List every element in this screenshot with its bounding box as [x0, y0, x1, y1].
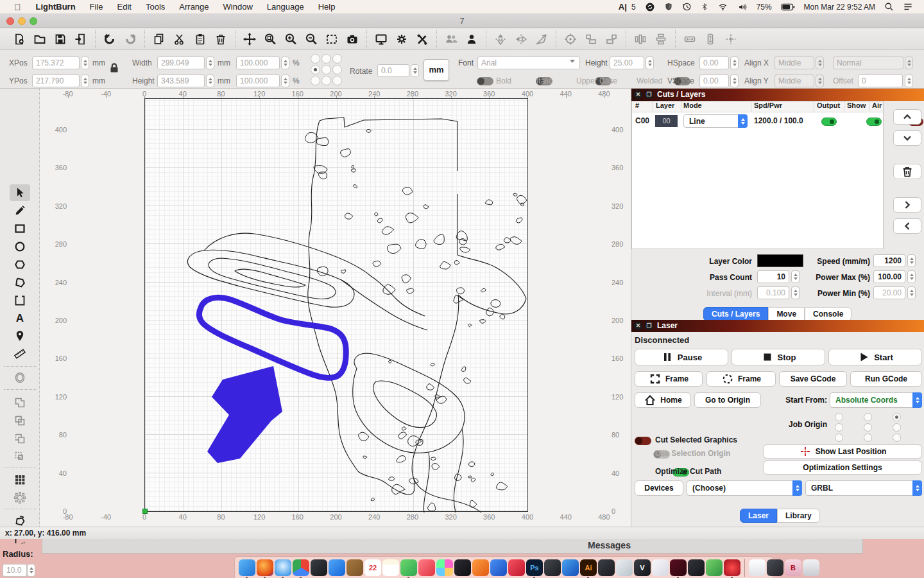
power-min-input[interactable]: 20.00 — [873, 286, 905, 299]
job-origin-mid-right[interactable] — [893, 423, 901, 432]
dock-icon-app-store[interactable] — [329, 559, 345, 576]
col-layer[interactable]: Layer — [656, 101, 674, 109]
blue-arrow-annotation[interactable] — [207, 366, 282, 463]
ypos-input[interactable]: 217.790 — [32, 74, 80, 87]
radius-stepper[interactable] — [27, 564, 35, 577]
dock-icon-podcasts[interactable] — [472, 559, 489, 576]
lock-aspect-icon[interactable] — [108, 62, 121, 74]
align-center-icon[interactable] — [561, 31, 579, 48]
start-from-stepper-icon[interactable] — [912, 392, 922, 408]
dock-icon-vectorworks[interactable]: V — [634, 559, 651, 576]
align-y-stepper[interactable] — [816, 74, 824, 87]
dock-icon-chrome[interactable] — [293, 559, 309, 576]
bluetooth-icon[interactable] — [696, 2, 713, 12]
device-settings-icon[interactable] — [413, 31, 431, 48]
distribute-vertical-icon[interactable] — [652, 31, 670, 48]
delete-icon[interactable] — [212, 31, 230, 48]
users-icon[interactable] — [442, 31, 460, 48]
creative-cloud-icon[interactable] — [640, 2, 660, 12]
zoom-in-icon[interactable] — [282, 31, 300, 48]
cut-selected-toggle[interactable] — [635, 437, 651, 445]
align-y-select[interactable]: Middle — [774, 74, 814, 87]
power-max-stepper[interactable] — [907, 270, 916, 283]
draw-lines-tool[interactable] — [10, 202, 30, 219]
port-select[interactable]: (Choose) — [687, 480, 802, 496]
dock-icon-document[interactable] — [749, 559, 766, 576]
menu-language[interactable]: Language — [260, 2, 311, 12]
offset-input[interactable]: 0 — [858, 74, 903, 87]
tab-cuts-layers[interactable]: Cuts / Layers — [703, 307, 768, 321]
width-stepper[interactable] — [206, 57, 214, 69]
menu-window[interactable]: Window — [216, 2, 260, 12]
text-style-stepper[interactable] — [905, 57, 913, 69]
dock-icon-itunes[interactable] — [652, 559, 669, 576]
dock-icon-firefox[interactable] — [257, 559, 273, 576]
layer-unassign-button[interactable] — [893, 218, 921, 234]
layer-mode-stepper-icon[interactable] — [738, 114, 748, 128]
offset-tool[interactable] — [10, 369, 30, 386]
copy-icon[interactable] — [150, 31, 168, 48]
shield-icon[interactable] — [660, 2, 678, 12]
boolean-union-tool[interactable] — [10, 394, 30, 411]
zoom-window-button[interactable] — [30, 17, 37, 25]
job-origin-bottom-right[interactable] — [893, 434, 901, 442]
distribute-horizontal-icon[interactable] — [631, 31, 649, 48]
dock-icon-facetime[interactable] — [418, 559, 435, 576]
work-area-grid[interactable] — [144, 98, 528, 512]
speed-stepper[interactable] — [907, 254, 916, 267]
apple-menu-icon[interactable]:  — [6, 2, 29, 12]
wifi-icon[interactable] — [713, 3, 733, 12]
camera-icon[interactable] — [343, 31, 361, 48]
text-style-select[interactable]: Normal — [833, 57, 903, 69]
dock-icon-notes[interactable] — [382, 559, 399, 576]
job-origin-mid-center[interactable] — [864, 423, 872, 432]
ellipse-tool[interactable] — [10, 238, 30, 255]
tab-library[interactable]: Library — [777, 509, 820, 523]
col-show[interactable]: Show — [847, 101, 866, 109]
minimize-window-button[interactable] — [18, 17, 26, 25]
boolean-subtract-tool[interactable] — [10, 412, 30, 429]
frame-rubber-band-button[interactable]: Frame — [706, 371, 776, 387]
edit-nodes-tool[interactable] — [10, 274, 30, 291]
laser-panel-header[interactable]: ✕ ❐ Laser — [631, 320, 924, 332]
port-select-stepper-icon[interactable] — [792, 480, 802, 496]
align-x-select[interactable]: Middle — [774, 57, 814, 69]
notification-center-icon[interactable] — [898, 3, 918, 11]
interval-input[interactable]: 0.100 — [757, 286, 789, 299]
rotate-stepper[interactable] — [411, 64, 419, 77]
job-origin-top-left[interactable] — [835, 413, 843, 421]
rectangle-tool[interactable] — [10, 220, 30, 237]
menu-arrange[interactable]: Arrange — [172, 2, 216, 12]
layers-table-header[interactable]: # Layer Mode Spd/Pwr Output Show Air — [632, 101, 883, 112]
anchor-grid[interactable] — [311, 54, 342, 85]
align-right-icon[interactable] — [603, 31, 620, 48]
dock-icon-archive[interactable] — [767, 559, 783, 576]
boolean-intersect-tool[interactable] — [10, 448, 30, 465]
width-input[interactable]: 299.049 — [157, 57, 205, 69]
selected-blue-loop[interactable] — [199, 297, 346, 378]
home-button[interactable]: Home — [635, 392, 691, 408]
select-tool[interactable] — [10, 184, 30, 201]
menu-app-name[interactable]: LightBurn — [29, 2, 83, 12]
paste-icon[interactable] — [191, 31, 209, 48]
dock-icon-quicktime[interactable] — [544, 559, 561, 576]
same-width-icon[interactable] — [681, 31, 699, 48]
new-file-icon[interactable] — [10, 31, 28, 48]
redo-icon[interactable] — [121, 31, 139, 48]
ypos-stepper[interactable] — [81, 74, 89, 87]
col-mode[interactable]: Mode — [683, 101, 702, 109]
height-percent-input[interactable]: 100.000 — [236, 74, 280, 87]
pass-count-input[interactable]: 10 — [757, 270, 789, 283]
col-spd-pwr[interactable]: Spd/Pwr — [754, 101, 782, 109]
vspace-stepper[interactable] — [730, 74, 739, 87]
spotlight-search-icon[interactable] — [880, 2, 898, 12]
job-origin-top-right[interactable] — [893, 413, 901, 421]
layer-mode-select[interactable]: Line — [683, 114, 748, 128]
job-origin-bottom-left[interactable] — [835, 434, 843, 442]
menu-file[interactable]: File — [83, 2, 110, 12]
pause-button[interactable]: Pause — [635, 349, 728, 365]
xpos-input[interactable]: 175.372 — [32, 57, 80, 69]
start-from-select[interactable]: Absolute Coords — [830, 392, 922, 408]
design-canvas[interactable]: -80-400408012016020024028032036040044048… — [40, 89, 631, 527]
menu-help[interactable]: Help — [311, 2, 343, 12]
